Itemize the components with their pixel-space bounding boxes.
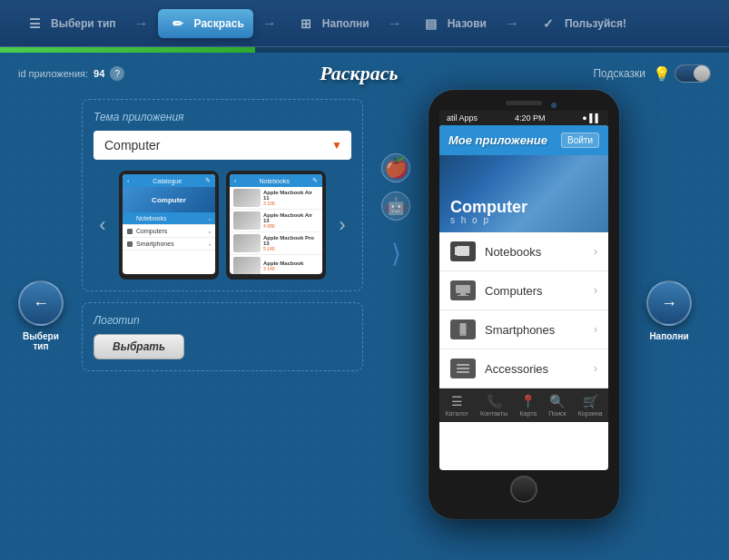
step5-label: Пользуйся! <box>565 17 626 30</box>
mini-product-3: Apple Macbook Pro 13 5 140 <box>230 232 322 255</box>
hint-label: Подсказки <box>593 67 645 80</box>
map-tab-icon: 📍 <box>520 394 536 408</box>
phone-login-button[interactable]: Войти <box>561 133 599 148</box>
mini-edit-1: ✎ <box>205 177 211 184</box>
phone-home-button[interactable] <box>510 476 537 503</box>
phone-list-item-notebooks[interactable]: Notebooks › <box>439 232 608 271</box>
big-phone-container: atil Apps 4:20 PM ● ▌▌ Мое приложение Во… <box>429 90 628 519</box>
svg-rect-4 <box>458 295 468 296</box>
phone-list-item-computers[interactable]: Computers › <box>439 271 608 310</box>
mini-chev-2: › <box>209 229 211 234</box>
mini-product-price-4: 3 140 <box>263 266 319 271</box>
done-icon: ✓ <box>537 13 559 34</box>
mini-product-img-3 <box>233 234 261 252</box>
accessories-label: Accessories <box>485 362 585 376</box>
nav-step-1[interactable]: ☰ Выбери тип <box>15 9 125 38</box>
info-icon[interactable]: ? <box>110 66 124 81</box>
phone-screen: Мое приложение Войти Computer s h o p No… <box>439 125 608 470</box>
theme-dropdown[interactable]: Computer Fashion Food Sports Technology <box>94 131 351 160</box>
phone-app-header: Мое приложение Войти <box>439 125 608 155</box>
mini-chev-1: › <box>209 216 211 221</box>
mini-item-notebooks: Notebooks › <box>123 212 215 225</box>
choose-logo-button[interactable]: Выбрать <box>94 334 184 359</box>
main-content: ← Выберитип Тема приложения Computer Fas… <box>0 94 729 560</box>
mini-dot-2 <box>127 229 133 234</box>
logo-section-label: Логотип <box>94 314 351 327</box>
phone-status-bar: atil Apps 4:20 PM ● ▌▌ <box>439 111 608 125</box>
status-time: 4:20 PM <box>515 113 546 123</box>
list-icon: ☰ <box>24 13 45 34</box>
mini-product-price-2: 4 080 <box>263 223 319 229</box>
preview-area: ‹ ‹ Catalogue ✎ Computer <box>94 171 351 280</box>
nav-arrow-4: → <box>505 15 519 32</box>
tab-map[interactable]: 📍 Карта <box>519 394 537 417</box>
nav-step-5[interactable]: ✓ Пользуйся! <box>528 9 635 38</box>
tab-contacts[interactable]: 📞 Контакты <box>480 394 507 417</box>
paint-icon: ✏ <box>167 13 189 34</box>
svg-rect-9 <box>457 371 469 373</box>
mini-product-img-4 <box>233 257 261 274</box>
contacts-tab-icon: 📞 <box>487 394 502 408</box>
name-icon: ▤ <box>420 13 442 34</box>
app-id-section: id приложения: 94 ? <box>18 66 124 81</box>
phone-list-item-smartphones[interactable]: Smartphones › <box>439 310 608 349</box>
big-phone: atil Apps 4:20 PM ● ▌▌ Мое приложение Во… <box>429 90 619 519</box>
mini-phone-2-header: ‹ Notebooks ✎ <box>230 174 322 187</box>
header-area: id приложения: 94 ? Раскрась Подсказки 💡 <box>0 53 729 94</box>
hero-sub-text: s h o p <box>450 215 527 225</box>
phone-tab-bar: ☰ Каталог 📞 Контакты 📍 Карта 🔍 Поиск <box>439 388 608 422</box>
step4-label: Назови <box>448 17 487 30</box>
svg-rect-1 <box>455 247 457 255</box>
apple-platform-icon[interactable]: 🍎 <box>381 153 410 182</box>
computers-chevron: › <box>594 284 597 297</box>
mini-product-name-3: Apple Macbook Pro 13 <box>263 235 319 246</box>
next-button[interactable]: → <box>646 280 692 326</box>
mini-product-2: Apple Macbook Air 13 4 080 <box>230 210 322 232</box>
tab-catalog[interactable]: ☰ Каталог <box>446 394 468 417</box>
phone-hero-text: Computer s h o p <box>450 199 527 225</box>
computers-icon <box>450 280 476 300</box>
phone-list-item-accessories[interactable]: Accessories › <box>439 349 608 388</box>
phone-camera <box>551 103 557 108</box>
mini-phone-1-header: ‹ Catalogue ✎ <box>123 174 215 187</box>
mini-phone-2: ‹ Notebooks ✎ Apple Macbook Air 11 3 100 <box>226 171 326 280</box>
accessories-chevron: › <box>594 362 597 375</box>
nav-step-2[interactable]: ✏ Раскрась <box>158 9 253 38</box>
center-section: 🍎 🤖 ⟩ <box>381 153 410 269</box>
progress-bar-fill <box>0 47 255 53</box>
cart-tab-icon: 🛒 <box>583 394 598 408</box>
mini-phone-1-inner: ‹ Catalogue ✎ Computer Notebooks › <box>123 174 215 274</box>
mini-product-img-1 <box>233 189 261 207</box>
tab-cart[interactable]: 🛒 Корзина <box>578 394 603 417</box>
prev-arrow[interactable]: ‹ <box>94 213 112 237</box>
svg-rect-2 <box>456 285 470 293</box>
android-platform-icon[interactable]: 🤖 <box>381 192 410 221</box>
theme-section: Тема приложения Computer Fashion Food Sp… <box>82 99 363 291</box>
svg-rect-8 <box>457 368 469 369</box>
mini-phone-1: ‹ Catalogue ✎ Computer Notebooks › <box>119 171 219 280</box>
app-id-label: id приложения: <box>18 68 88 79</box>
mini-product-4: Apple Macbook 3 140 <box>230 255 322 274</box>
nav-step-3[interactable]: ⊞ Наполни <box>286 9 379 38</box>
svg-rect-7 <box>457 364 469 366</box>
nav-step-4[interactable]: ▤ Назови <box>411 9 496 38</box>
left-nav-wrap: ← Выберитип <box>18 190 64 351</box>
back-button[interactable]: ← <box>18 280 64 326</box>
svg-rect-5 <box>460 323 467 336</box>
phone-speaker <box>506 101 542 105</box>
notebooks-chevron: › <box>594 245 597 258</box>
hint-toggle-switch[interactable] <box>675 64 711 83</box>
center-right-arrow: ⟩ <box>391 239 401 269</box>
mini-product-info-2: Apple Macbook Air 13 4 080 <box>263 212 319 229</box>
mini-edit-2: ✎ <box>312 177 318 184</box>
smartphones-icon <box>450 319 476 339</box>
phone-hero: Computer s h o p <box>439 155 608 232</box>
theme-section-label: Тема приложения <box>94 111 351 123</box>
status-left: atil Apps <box>447 113 478 123</box>
mini-product-1: Apple Macbook Air 11 3 100 <box>230 187 322 210</box>
next-arrow[interactable]: › <box>333 213 351 237</box>
lightbulb-icon: 💡 <box>653 65 671 83</box>
mini-product-price-3: 5 140 <box>263 246 319 251</box>
contacts-tab-label: Контакты <box>480 410 507 417</box>
tab-search[interactable]: 🔍 Поиск <box>548 394 566 417</box>
